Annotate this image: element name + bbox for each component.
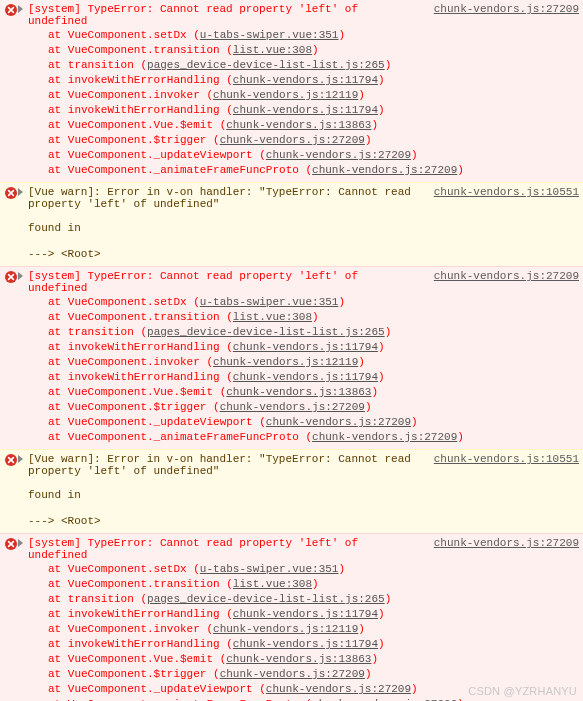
stack-frame: at invokeWithErrorHandling (chunk-vendor…	[48, 340, 579, 355]
expand-arrow-icon[interactable]	[18, 539, 23, 547]
stack-frame: at VueComponent.invoker (chunk-vendors.j…	[48, 88, 579, 103]
stack-frame: at VueComponent._updateViewport (chunk-v…	[48, 415, 579, 430]
stack-frame: at VueComponent.$trigger (chunk-vendors.…	[48, 400, 579, 415]
found-in-label: found in	[28, 487, 579, 503]
stack-frame: at VueComponent.setDx (u-tabs-swiper.vue…	[48, 28, 579, 43]
stack-text: )	[378, 74, 385, 86]
stack-source-link[interactable]: chunk-vendors.js:12119	[213, 356, 358, 368]
expand-arrow-icon[interactable]	[18, 455, 23, 463]
stack-text: )	[312, 311, 319, 323]
stack-text: )	[338, 563, 345, 575]
stack-frame: at VueComponent.transition (list.vue:308…	[48, 43, 579, 58]
stack-text: )	[338, 29, 345, 41]
stack-text: )	[358, 356, 365, 368]
console-error-message: [system] TypeError: Cannot read property…	[0, 266, 583, 450]
error-icon	[5, 187, 17, 199]
message-text: [system] TypeError: Cannot read property…	[28, 3, 430, 27]
stack-source-link[interactable]: u-tabs-swiper.vue:351	[200, 296, 339, 308]
stack-frame: at invokeWithErrorHandling (chunk-vendor…	[48, 607, 579, 622]
stack-text: )	[312, 44, 319, 56]
console-warning-message: [Vue warn]: Error in v-on handler: "Type…	[0, 449, 583, 534]
source-link[interactable]: chunk-vendors.js:10551	[430, 186, 579, 198]
stack-source-link[interactable]: u-tabs-swiper.vue:351	[200, 563, 339, 575]
stack-text: at invokeWithErrorHandling (	[48, 638, 233, 650]
stack-source-link[interactable]: list.vue:308	[233, 578, 312, 590]
expand-arrow-icon[interactable]	[18, 272, 23, 280]
console-output: [system] TypeError: Cannot read property…	[0, 0, 583, 701]
stack-source-link[interactable]: pages_device-device-list-list.js:265	[147, 593, 385, 605]
stack-source-link[interactable]: chunk-vendors.js:11794	[233, 608, 378, 620]
source-link[interactable]: chunk-vendors.js:27209	[430, 537, 579, 549]
stack-text: )	[371, 653, 378, 665]
stack-text: at invokeWithErrorHandling (	[48, 371, 233, 383]
stack-source-link[interactable]: pages_device-device-list-list.js:265	[147, 326, 385, 338]
expand-arrow-icon[interactable]	[18, 188, 23, 196]
stack-source-link[interactable]: chunk-vendors.js:27209	[220, 668, 365, 680]
stack-text: )	[457, 431, 464, 443]
stack-source-link[interactable]: chunk-vendors.js:27209	[220, 401, 365, 413]
error-icon	[5, 538, 17, 550]
stack-source-link[interactable]: chunk-vendors.js:11794	[233, 638, 378, 650]
stack-frame: at VueComponent._animateFrameFuncProto (…	[48, 163, 579, 178]
stack-text: at VueComponent.transition (	[48, 44, 233, 56]
stack-text: )	[378, 341, 385, 353]
source-link[interactable]: chunk-vendors.js:10551	[430, 453, 579, 465]
stack-frame: at VueComponent._updateViewport (chunk-v…	[48, 148, 579, 163]
stack-source-link[interactable]: chunk-vendors.js:13863	[226, 119, 371, 131]
stack-source-link[interactable]: chunk-vendors.js:11794	[233, 74, 378, 86]
component-trace: ---> <Root>	[28, 513, 579, 529]
stack-source-link[interactable]: u-tabs-swiper.vue:351	[200, 29, 339, 41]
stack-trace: at VueComponent.setDx (u-tabs-swiper.vue…	[4, 294, 579, 445]
stack-frame: at invokeWithErrorHandling (chunk-vendor…	[48, 73, 579, 88]
stack-source-link[interactable]: chunk-vendors.js:13863	[226, 386, 371, 398]
expand-arrow-icon[interactable]	[18, 5, 23, 13]
stack-text: )	[385, 59, 392, 71]
stack-text: at VueComponent._animateFrameFuncProto (	[48, 431, 312, 443]
console-error-message: [system] TypeError: Cannot read property…	[0, 533, 583, 701]
stack-text: at VueComponent.invoker (	[48, 356, 213, 368]
stack-source-link[interactable]: chunk-vendors.js:12119	[213, 623, 358, 635]
stack-source-link[interactable]: chunk-vendors.js:27209	[266, 416, 411, 428]
component-trace: ---> <Root>	[28, 246, 579, 262]
stack-frame: at invokeWithErrorHandling (chunk-vendor…	[48, 103, 579, 118]
source-link[interactable]: chunk-vendors.js:27209	[430, 270, 579, 282]
stack-source-link[interactable]: chunk-vendors.js:13863	[226, 653, 371, 665]
console-error-message: [system] TypeError: Cannot read property…	[0, 0, 583, 183]
stack-source-link[interactable]: chunk-vendors.js:27209	[266, 683, 411, 695]
stack-source-link[interactable]: chunk-vendors.js:27209	[312, 164, 457, 176]
error-icon	[5, 271, 17, 283]
stack-source-link[interactable]: pages_device-device-list-list.js:265	[147, 59, 385, 71]
stack-source-link[interactable]: chunk-vendors.js:12119	[213, 89, 358, 101]
stack-source-link[interactable]: chunk-vendors.js:27209	[312, 431, 457, 443]
stack-text: at VueComponent.invoker (	[48, 89, 213, 101]
stack-text: at VueComponent._updateViewport (	[48, 149, 266, 161]
stack-text: at VueComponent.transition (	[48, 311, 233, 323]
message-text: [Vue warn]: Error in v-on handler: "Type…	[28, 186, 430, 210]
stack-text: )	[365, 668, 372, 680]
stack-frame: at VueComponent.invoker (chunk-vendors.j…	[48, 355, 579, 370]
stack-source-link[interactable]: chunk-vendors.js:11794	[233, 341, 378, 353]
message-text: [system] TypeError: Cannot read property…	[28, 270, 430, 294]
stack-text: )	[312, 578, 319, 590]
stack-text: at VueComponent.transition (	[48, 578, 233, 590]
stack-source-link[interactable]: list.vue:308	[233, 311, 312, 323]
stack-source-link[interactable]: chunk-vendors.js:11794	[233, 104, 378, 116]
stack-frame: at transition (pages_device-device-list-…	[48, 325, 579, 340]
source-link[interactable]: chunk-vendors.js:27209	[430, 3, 579, 15]
stack-text: at transition (	[48, 593, 147, 605]
stack-frame: at VueComponent.$trigger (chunk-vendors.…	[48, 133, 579, 148]
stack-source-link[interactable]: chunk-vendors.js:11794	[233, 371, 378, 383]
stack-source-link[interactable]: chunk-vendors.js:27209	[220, 134, 365, 146]
stack-text: at invokeWithErrorHandling (	[48, 608, 233, 620]
stack-source-link[interactable]: chunk-vendors.js:27209	[266, 149, 411, 161]
stack-frame: at VueComponent.$trigger (chunk-vendors.…	[48, 667, 579, 682]
console-warning-message: [Vue warn]: Error in v-on handler: "Type…	[0, 182, 583, 267]
stack-source-link[interactable]: list.vue:308	[233, 44, 312, 56]
stack-text: at VueComponent.$trigger (	[48, 401, 220, 413]
stack-frame: at VueComponent.Vue.$emit (chunk-vendors…	[48, 385, 579, 400]
warning-body: found in---> <Root>	[4, 210, 579, 262]
stack-frame: at VueComponent.Vue.$emit (chunk-vendors…	[48, 652, 579, 667]
stack-text: at VueComponent._animateFrameFuncProto (	[48, 164, 312, 176]
stack-frame: at VueComponent.setDx (u-tabs-swiper.vue…	[48, 295, 579, 310]
stack-frame: at transition (pages_device-device-list-…	[48, 592, 579, 607]
